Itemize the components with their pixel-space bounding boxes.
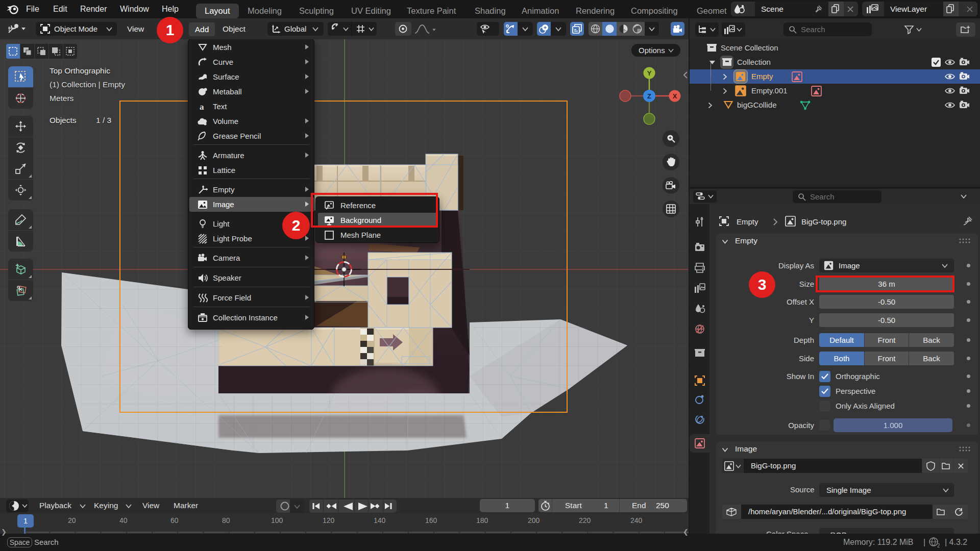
svg-text:X: X [673,92,677,100]
svg-text:2: 2 [937,543,940,548]
svg-text:Y: Y [647,69,652,77]
svg-text:a: a [200,102,204,112]
svg-text:Z: Z [647,92,651,100]
